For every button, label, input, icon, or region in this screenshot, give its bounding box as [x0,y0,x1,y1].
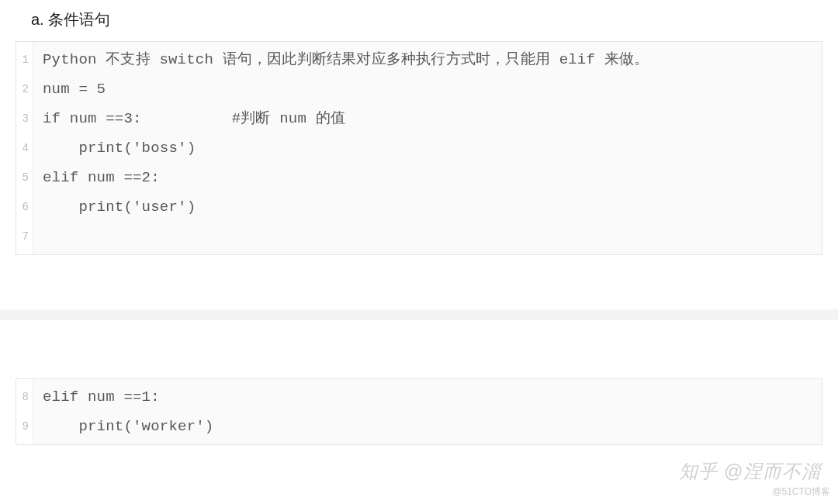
line-number: 1 [16,45,33,74]
line-number: 4 [16,133,33,163]
line-number: 8 [16,382,33,412]
watermark-51cto: @51CTO博客 [772,485,830,499]
code-line: if num ==3: #判断 num 的值 [43,104,814,133]
code-line: Python 不支持 switch 语句，因此判断结果对应多种执行方式时，只能用… [43,45,814,74]
line-number-gutter: 1 2 3 4 5 6 7 [16,42,33,254]
code-line: print('boss') [43,133,814,163]
code-block-2: 8 9 elif num ==1: print('worker') [16,378,822,445]
line-number: 6 [16,192,33,222]
watermark-zhihu: 知乎 @涅而不淄 [679,459,821,484]
line-number: 2 [16,74,33,104]
code-block-1: 1 2 3 4 5 6 7 Python 不支持 switch 语句，因此判断结… [16,41,822,255]
line-number: 5 [16,163,33,192]
line-number: 9 [16,412,33,441]
code-line: num = 5 [43,74,814,104]
line-number: 7 [16,222,33,251]
code-content: elif num ==1: print('worker') [33,379,822,444]
line-number-gutter: 8 9 [16,379,33,444]
code-line: print('user') [43,192,814,222]
section-heading: a. 条件语句 [0,0,838,41]
code-line: print('worker') [43,412,814,441]
code-line: elif num ==2: [43,163,814,192]
line-number: 3 [16,104,33,133]
code-line: elif num ==1: [43,382,814,412]
code-content: Python 不支持 switch 语句，因此判断结果对应多种执行方式时，只能用… [33,42,822,254]
page-gap [0,309,838,320]
